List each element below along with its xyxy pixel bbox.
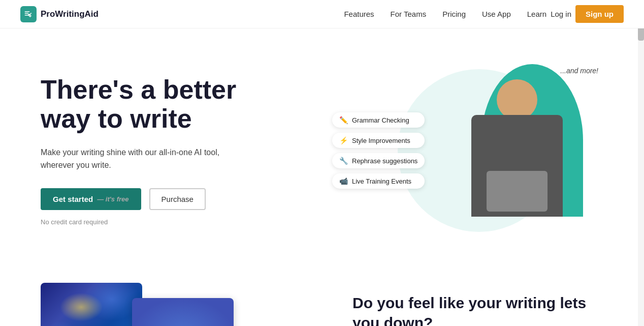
nav-link-for-teams[interactable]: For Teams [391,10,427,18]
nav-link-features[interactable]: Features [344,10,374,18]
hero-section: There's a better way to write Make your … [0,28,644,262]
nav-link-use-app[interactable]: Use App [482,10,511,18]
person-illustration [461,74,573,242]
hero-buttons: Get started — it's free Purchase [41,188,302,210]
person-laptop [487,171,548,212]
navigation: ProWritingAid Features For Teams Pricing… [0,0,644,28]
section2-left: My idea in my head [41,283,322,326]
hero-subtitle: Make your writing shine with our all-in-… [41,146,254,172]
pill-style: ⚡ Style Improvements [332,133,425,148]
page-scrollbar[interactable] [638,0,644,326]
style-icon: ⚡ [339,136,348,144]
hero-title: There's a better way to write [41,75,302,133]
nav-link-pricing[interactable]: Pricing [442,10,466,18]
blue-swirl-card [132,298,234,326]
pill-rephrase: 🔧 Rephrase suggestions [332,153,425,168]
person-body [471,115,563,217]
starry-night-card: My idea in my head [41,283,142,326]
grammar-icon: ✏️ [339,116,348,124]
person-head [497,79,537,120]
login-button[interactable]: Log in [551,10,571,18]
section2-right: Do you feel like your writing lets you d… [352,283,603,326]
training-icon: 📹 [339,177,348,185]
get-started-button[interactable]: Get started — it's free [41,188,141,210]
pill-training: 📹 Live Training Events [332,173,425,189]
and-more-label: ...and more! [560,67,598,75]
logo-text: ProWritingAid [41,9,99,19]
hero-left: There's a better way to write Make your … [41,75,322,226]
section2-title: Do you feel like your writing lets you d… [352,293,603,326]
logo-area[interactable]: ProWritingAid [20,6,99,22]
logo-icon [20,6,37,22]
pill-grammar: ✏️ Grammar Checking [332,112,425,128]
nav-link-learn[interactable]: Learn [527,10,546,18]
feature-pills: ✏️ Grammar Checking ⚡ Style Improvements… [332,112,425,189]
hero-right: ...and more! ✏️ Grammar Checking ⚡ Style… [322,59,603,242]
no-credit-text: No credit card required [41,218,302,226]
signup-button[interactable]: Sign up [575,5,624,23]
section2: My idea in my head Do you feel like your… [0,262,644,326]
nav-links: Features For Teams Pricing Use App Learn [344,10,546,19]
purchase-button[interactable]: Purchase [149,188,206,210]
rephrase-icon: 🔧 [339,157,348,165]
